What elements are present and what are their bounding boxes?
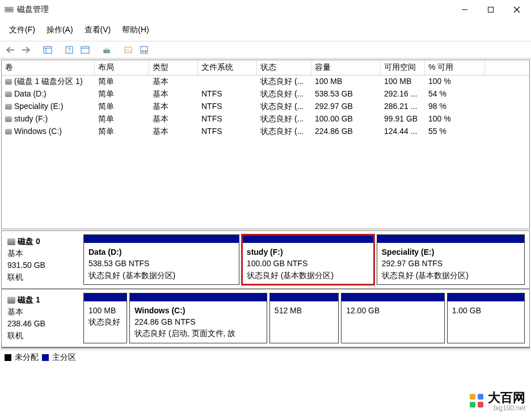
partition[interactable]: 12.00 GB bbox=[341, 293, 444, 343]
header-type[interactable]: 类型 bbox=[149, 60, 198, 75]
disk-graphical-view: 磁盘 0基本931.50 GB联机Data (D:)538.53 GB NTFS… bbox=[1, 230, 530, 348]
close-button[interactable] bbox=[504, 1, 530, 18]
svg-rect-14 bbox=[105, 48, 108, 50]
partition[interactable]: study (F:)100.00 GB NTFS状态良好 (基本数据分区) bbox=[242, 234, 374, 285]
svg-rect-1 bbox=[6, 9, 12, 11]
header-filesystem[interactable]: 文件系统 bbox=[198, 60, 257, 75]
menu-view[interactable]: 查看(V) bbox=[79, 22, 117, 39]
partition[interactable]: Data (D:)538.53 GB NTFS状态良好 (基本数据分区) bbox=[83, 234, 239, 285]
disk-info[interactable]: 磁盘 0基本931.50 GB联机 bbox=[2, 231, 82, 288]
header-status[interactable]: 状态 bbox=[257, 60, 311, 75]
partition[interactable]: 100 MB状态良好 bbox=[83, 293, 127, 343]
titlebar: 磁盘管理 bbox=[0, 0, 531, 19]
svg-rect-18 bbox=[145, 51, 146, 52]
disk-row: 磁盘 0基本931.50 GB联机Data (D:)538.53 GB NTFS… bbox=[2, 231, 529, 289]
header-volume[interactable]: 卷 bbox=[2, 60, 95, 75]
svg-rect-16 bbox=[141, 47, 148, 53]
table-row[interactable]: Speciality (E:)简单基本NTFS状态良好 (...292.97 G… bbox=[2, 100, 529, 113]
disk-row: 磁盘 1基本238.46 GB联机100 MB状态良好Windows (C:)2… bbox=[2, 289, 529, 348]
partition[interactable]: 512 MB bbox=[269, 293, 339, 343]
legend: 未分配 主分区 bbox=[0, 350, 531, 365]
toolbar: ? bbox=[0, 41, 531, 58]
legend-primary-swatch bbox=[42, 354, 49, 361]
menu-action[interactable]: 操作(A) bbox=[41, 22, 79, 39]
settings-icon[interactable] bbox=[137, 43, 151, 57]
legend-primary-label: 主分区 bbox=[52, 352, 76, 363]
window-title: 磁盘管理 bbox=[17, 5, 452, 15]
list-icon[interactable] bbox=[121, 43, 135, 57]
disk-info[interactable]: 磁盘 1基本238.46 GB联机 bbox=[2, 289, 82, 347]
svg-rect-17 bbox=[142, 51, 144, 52]
svg-rect-21 bbox=[470, 402, 475, 408]
header-layout[interactable]: 布局 bbox=[95, 60, 149, 75]
refresh-icon[interactable] bbox=[100, 43, 113, 57]
partition[interactable]: Windows (C:)224.86 GB NTFS状态良好 (启动, 页面文件… bbox=[129, 293, 267, 343]
watermark: 大百网 big100.net bbox=[463, 387, 531, 414]
svg-rect-3 bbox=[488, 7, 494, 12]
maximize-button[interactable] bbox=[478, 1, 504, 18]
help-icon[interactable]: ? bbox=[62, 43, 76, 57]
header-percent[interactable]: % 可用 bbox=[425, 60, 485, 75]
header-free[interactable]: 可用空间 bbox=[381, 60, 425, 75]
table-row[interactable]: study (F:)简单基本NTFS状态良好 (...100.00 GB99.9… bbox=[2, 113, 529, 125]
svg-rect-13 bbox=[104, 50, 109, 53]
table-row[interactable]: Data (D:)简单基本NTFS状态良好 (...538.53 GB292.1… bbox=[2, 88, 529, 100]
forward-button[interactable] bbox=[19, 43, 33, 57]
minimize-button[interactable] bbox=[452, 1, 478, 18]
menu-help[interactable]: 帮助(H) bbox=[116, 22, 154, 39]
svg-text:?: ? bbox=[68, 47, 71, 53]
legend-unallocated-label: 未分配 bbox=[15, 352, 39, 363]
table-row[interactable]: Windows (C:)简单基本NTFS状态良好 (...224.86 GB12… bbox=[2, 125, 529, 138]
watermark-text: 大百网 bbox=[488, 390, 525, 405]
watermark-logo-icon bbox=[469, 393, 484, 409]
svg-rect-22 bbox=[478, 402, 483, 408]
back-button[interactable] bbox=[3, 43, 17, 57]
menubar: 文件(F) 操作(A) 查看(V) 帮助(H) bbox=[0, 19, 531, 41]
table-header: 卷 布局 类型 文件系统 状态 容量 可用空间 % 可用 bbox=[2, 60, 529, 75]
disk-management-icon bbox=[5, 5, 14, 14]
partition[interactable]: 1.00 GB bbox=[447, 293, 525, 343]
svg-rect-6 bbox=[44, 47, 52, 53]
properties-icon[interactable] bbox=[78, 43, 92, 57]
table-body: (磁盘 1 磁盘分区 1)简单基本状态良好 (...100 MB100 MB10… bbox=[2, 75, 529, 229]
menu-file[interactable]: 文件(F) bbox=[3, 22, 41, 39]
legend-unallocated-swatch bbox=[5, 354, 11, 361]
svg-rect-20 bbox=[478, 394, 483, 400]
show-hide-icon[interactable] bbox=[41, 43, 54, 57]
watermark-sub: big100.net bbox=[488, 404, 525, 412]
table-row[interactable]: (磁盘 1 磁盘分区 1)简单基本状态良好 (...100 MB100 MB10… bbox=[2, 75, 529, 88]
header-capacity[interactable]: 容量 bbox=[311, 60, 381, 75]
volume-table: 卷 布局 类型 文件系统 状态 容量 可用空间 % 可用 (磁盘 1 磁盘分区 … bbox=[1, 60, 530, 229]
svg-rect-19 bbox=[470, 394, 475, 400]
svg-rect-11 bbox=[81, 47, 89, 53]
partition[interactable]: Speciality (E:)292.97 GB NTFS状态良好 (基本数据分… bbox=[377, 234, 525, 285]
